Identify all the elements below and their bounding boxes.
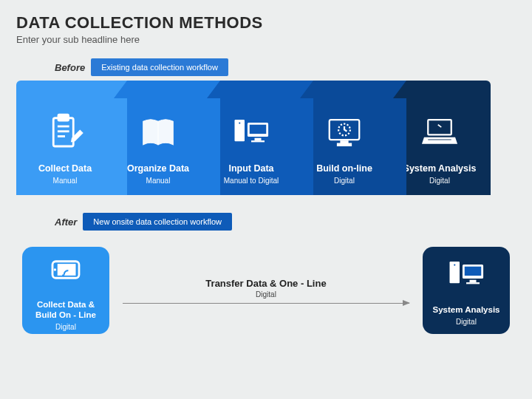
card-title: Input Data xyxy=(228,163,273,174)
card-sub: Manual xyxy=(53,177,78,185)
after-left-title: Collect Data & Build On - Line xyxy=(28,300,103,321)
svg-rect-12 xyxy=(251,140,265,142)
phone-icon xyxy=(46,250,86,290)
arrow-sub: Digital xyxy=(256,290,276,299)
before-pill: Existing data collection workflow xyxy=(91,58,228,76)
card-title: Collect Data xyxy=(38,163,92,174)
card-title: Organize Data xyxy=(127,163,189,174)
svg-rect-11 xyxy=(255,138,262,140)
svg-point-24 xyxy=(454,264,455,265)
card-title: Build on-line xyxy=(316,163,372,174)
desktop-icon xyxy=(231,113,271,153)
svg-point-21 xyxy=(54,269,56,271)
before-label: Before xyxy=(55,62,85,73)
after-left-card: Collect Data & Build On - Line Digital xyxy=(22,247,109,334)
svg-rect-1 xyxy=(58,115,69,120)
card-sub: Manual xyxy=(146,177,171,185)
svg-rect-20 xyxy=(58,264,76,276)
before-card-0: Collect DataManual xyxy=(16,81,114,195)
clipboard-icon xyxy=(45,113,85,153)
svg-point-7 xyxy=(239,122,240,123)
after-right-title: System Analysis xyxy=(433,305,500,316)
svg-rect-27 xyxy=(465,267,482,276)
arrow-title: Transfer Data & One - Line xyxy=(205,278,326,289)
before-cards: Collect DataManualOrganize DataManualInp… xyxy=(16,81,516,195)
page-subtitle: Enter your sub headline here xyxy=(16,34,516,45)
after-left-sub: Digital xyxy=(55,323,76,331)
svg-rect-17 xyxy=(428,120,451,134)
card-sub: Digital xyxy=(334,177,355,185)
after-pill: New onsite data collection workflow xyxy=(83,213,232,231)
book-icon xyxy=(138,113,178,153)
monitor-icon xyxy=(324,113,364,153)
before-header: Before Existing data collection workflow xyxy=(55,58,516,76)
card-sub: Digital xyxy=(429,177,450,185)
svg-point-22 xyxy=(62,274,64,276)
page-title: DATA COLLECTION METHODS xyxy=(16,13,516,33)
desktop-icon xyxy=(446,255,486,295)
after-right-card: System Analysis Digital xyxy=(423,247,510,334)
transfer-arrow: Transfer Data & One - Line Digital xyxy=(123,278,409,304)
laptop-icon xyxy=(420,113,460,153)
svg-rect-29 xyxy=(466,282,480,284)
after-header: After New onsite data collection workflo… xyxy=(55,213,516,231)
card-sub: Manual to Digital xyxy=(224,177,279,185)
after-row: Collect Data & Build On - Line Digital T… xyxy=(16,247,516,334)
svg-rect-28 xyxy=(470,280,477,282)
after-right-sub: Digital xyxy=(456,318,477,326)
arrow-line-icon xyxy=(123,303,409,304)
svg-rect-16 xyxy=(338,144,351,146)
card-title: System Analysis xyxy=(403,163,477,174)
svg-rect-10 xyxy=(250,125,267,134)
after-label: After xyxy=(55,216,77,228)
